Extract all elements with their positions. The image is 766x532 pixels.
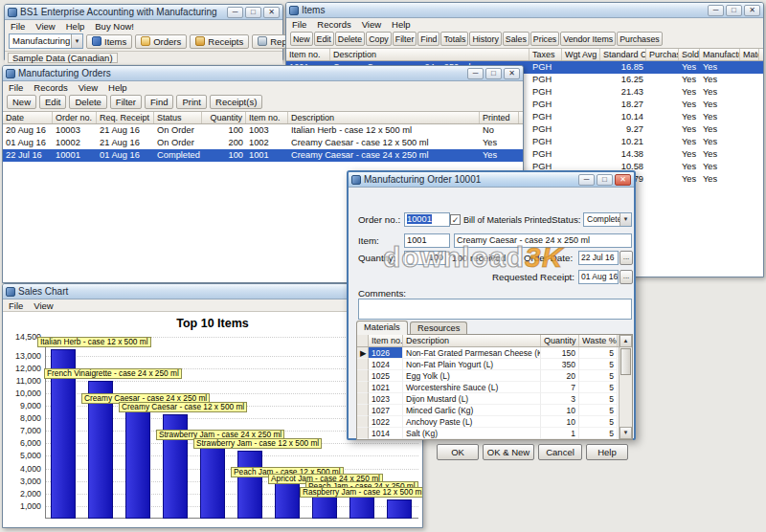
receipt-s-button[interactable]: Receipt(s): [210, 95, 262, 109]
order-date-field[interactable]: 22 Jul 16: [578, 251, 619, 265]
close-icon[interactable]: ✕: [615, 174, 631, 186]
column-header-order-no[interactable]: Order no.: [53, 112, 97, 123]
help-button[interactable]: Help: [586, 444, 628, 460]
dialog-titlebar[interactable]: Manufacturing Order 10001 ─ □ ✕: [349, 172, 634, 188]
menu-help[interactable]: Help: [66, 21, 85, 32]
column-header-printed[interactable]: Printed: [480, 112, 519, 123]
scroll-down-icon[interactable]: ▼: [620, 427, 632, 439]
order-date-picker-button[interactable]: ...: [620, 251, 633, 265]
cancel-button[interactable]: Cancel: [538, 444, 582, 460]
column-header-wgt-avg-cost[interactable]: Wgt Avg Cost: [562, 49, 600, 60]
column-header-date[interactable]: Date: [3, 112, 53, 123]
edit-button[interactable]: Edit: [39, 95, 66, 109]
maximize-icon[interactable]: □: [597, 174, 613, 186]
column-header-req-receipt[interactable]: Req. Receipt: [97, 112, 154, 123]
minimize-icon[interactable]: ─: [708, 5, 724, 16]
column-header-taxes[interactable]: Taxes: [529, 49, 562, 60]
table-row[interactable]: 1024Non-Fat Plain Yogurt (L)3505: [357, 359, 619, 370]
column-header-item-no[interactable]: Item no.: [246, 112, 288, 123]
minimize-icon[interactable]: ─: [578, 174, 595, 186]
scroll-up-icon[interactable]: ▲: [620, 335, 632, 347]
new-button[interactable]: New: [290, 32, 313, 46]
tab-resources[interactable]: Resources: [410, 321, 467, 335]
vertical-scrollbar[interactable]: ▲ ▼: [619, 335, 632, 439]
minimize-icon[interactable]: ─: [467, 68, 484, 79]
quantity-input[interactable]: 100: [404, 251, 446, 265]
comments-textarea[interactable]: [358, 299, 632, 320]
column-header-description[interactable]: Description: [330, 49, 529, 60]
menu-view[interactable]: View: [79, 82, 98, 93]
history-button[interactable]: History: [469, 32, 501, 46]
filter-button[interactable]: Filter: [110, 95, 142, 109]
req-receipt-field[interactable]: 01 Aug 16: [578, 270, 619, 284]
column-header-status[interactable]: Status: [154, 112, 202, 123]
table-row[interactable]: ▶1026Non-Fat Grated Parmesan Cheese (Kg)…: [357, 347, 619, 359]
menu-file[interactable]: File: [292, 19, 306, 30]
minimize-icon[interactable]: ─: [227, 7, 243, 18]
table-row[interactable]: 1021Worcestershire Sauce (L)75: [357, 382, 619, 393]
column-header-description[interactable]: Description: [288, 112, 480, 123]
column-header-quantity[interactable]: Quantity: [202, 112, 246, 123]
delete-button[interactable]: Delete: [69, 95, 106, 109]
receipts-button[interactable]: Receipts: [190, 34, 249, 49]
menu-file[interactable]: File: [9, 82, 23, 93]
scrollbar-track[interactable]: [620, 376, 632, 427]
tab-materials[interactable]: Materials: [356, 321, 408, 335]
find-button[interactable]: Find: [145, 95, 173, 109]
prices-button[interactable]: Prices: [530, 32, 559, 46]
item-no-input[interactable]: 1001: [404, 233, 450, 248]
column-header-manufactured[interactable]: Manufactured: [700, 49, 740, 60]
column-header-waste[interactable]: Waste %: [579, 335, 618, 346]
copy-button[interactable]: Copy: [366, 32, 392, 46]
print-button[interactable]: Print: [176, 95, 207, 109]
menu-view[interactable]: View: [35, 21, 55, 32]
column-header-purchased[interactable]: Purchased: [646, 49, 679, 60]
main-window-titlebar[interactable]: BS1 Enterprise Accounting with Manufactu…: [5, 5, 282, 20]
column-header-sold[interactable]: Sold: [679, 49, 700, 60]
req-receipt-picker-button[interactable]: ...: [620, 270, 633, 284]
delete-button[interactable]: Delete: [335, 32, 365, 46]
orders-window-titlebar[interactable]: Manufacturing Orders ─ □ ✕: [3, 66, 523, 81]
close-icon[interactable]: ✕: [744, 5, 760, 16]
table-row[interactable]: 1023Dijon Mustard (L)35: [357, 393, 619, 405]
table-row[interactable]: 1014Salt (Kg)15: [357, 428, 619, 439]
menu-help[interactable]: Help: [392, 19, 411, 30]
table-row[interactable]: 1022Anchovy Paste (L)105: [357, 416, 619, 428]
find-button[interactable]: Find: [417, 32, 439, 46]
items-window-titlebar[interactable]: Items ─ □ ✕: [286, 3, 763, 18]
module-select[interactable]: Manufacturing ▼: [9, 33, 83, 49]
menu-view[interactable]: View: [362, 19, 381, 30]
column-header-standard-cost[interactable]: Standard Cost: [600, 49, 646, 60]
menu-help[interactable]: Help: [108, 82, 127, 93]
close-icon[interactable]: ✕: [263, 7, 280, 18]
totals-button[interactable]: Totals: [440, 32, 468, 46]
column-header-marker[interactable]: [357, 335, 369, 346]
orders-button[interactable]: Orders: [135, 34, 187, 49]
vendor-items-button[interactable]: Vendor Items: [560, 32, 616, 46]
maximize-icon[interactable]: □: [485, 68, 502, 79]
menu-view[interactable]: View: [34, 300, 53, 311]
bom-printed-checkbox[interactable]: ✓: [450, 214, 461, 225]
menu-file[interactable]: File: [9, 300, 23, 311]
scrollbar-thumb[interactable]: [620, 348, 631, 375]
table-row[interactable]: 20 Aug 161000321 Aug 16On Order1001003It…: [3, 124, 523, 137]
order-no-input[interactable]: 10001: [404, 212, 450, 227]
table-row[interactable]: 01 Aug 161000221 Aug 16On Order2001002Cr…: [3, 137, 523, 149]
table-row[interactable]: 22 Jul 161000101 Aug 16Completed1001001C…: [3, 149, 523, 162]
new-button[interactable]: New: [7, 95, 36, 109]
menu-buy-now[interactable]: Buy Now!: [95, 21, 134, 32]
status-select[interactable]: Completed ▼: [583, 212, 632, 227]
maximize-icon[interactable]: □: [726, 5, 742, 16]
menu-records[interactable]: Records: [317, 19, 350, 30]
menu-file[interactable]: File: [11, 21, 25, 32]
column-header-quantity[interactable]: Quantity: [541, 335, 579, 346]
table-row[interactable]: 1025Egg Yolk (L)205: [357, 370, 619, 382]
maximize-icon[interactable]: □: [245, 7, 261, 18]
column-header-material[interactable]: Material: [740, 49, 759, 60]
purchases-button[interactable]: Purchases: [617, 32, 663, 46]
column-header-description[interactable]: Description: [403, 335, 541, 346]
ok-and-new-button[interactable]: OK & New: [483, 444, 534, 460]
ok-button[interactable]: OK: [437, 444, 479, 460]
menu-records[interactable]: Records: [34, 82, 67, 93]
close-icon[interactable]: ✕: [504, 68, 520, 79]
